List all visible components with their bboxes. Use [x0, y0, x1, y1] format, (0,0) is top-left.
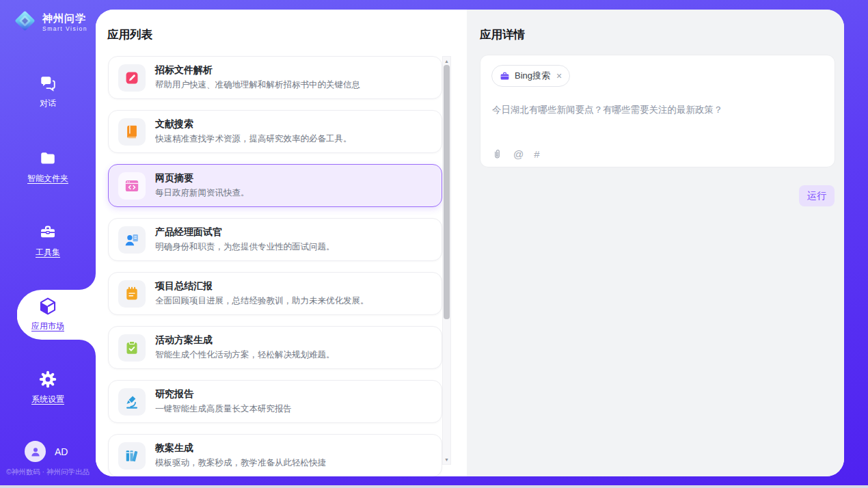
- folder-icon: [39, 149, 57, 168]
- app-detail-panel: 应用详情 Bing搜索 × 今日湖北有哪些新闻要点？有哪些需要关注的最新政策？: [467, 10, 844, 476]
- app-desc: 一键智能生成高质量长文本研究报告: [155, 403, 292, 415]
- app-list: 招标文件解析 帮助用户快速、准确地理解和解析招标书中的关键信息 文献搜索 快速精…: [108, 56, 442, 476]
- app-title: 招标文件解析: [155, 64, 360, 76]
- app-list-panel: 应用列表 招标文件解析 帮助用户快速、准确地理解和解析招标书中的关键信息 文献搜…: [96, 10, 467, 476]
- sidebar-item-label: 应用市场: [31, 321, 64, 332]
- app-card-project-summary[interactable]: 项目总结汇报 全面回顾项目进展，总结经验教训，助力未来优化发展。: [108, 272, 442, 315]
- chip-close-icon[interactable]: ×: [556, 71, 562, 81]
- doc-edit-icon: [118, 64, 146, 92]
- app-desc: 全面回顾项目进展，总结经验教训，助力未来优化发展。: [155, 295, 369, 307]
- app-card-bid-document-parse[interactable]: 招标文件解析 帮助用户快速、准确地理解和解析招标书中的关键信息: [108, 56, 442, 99]
- app-desc: 明确身份和职责，为您提供专业性的面试问题。: [155, 241, 335, 253]
- app-detail-title: 应用详情: [480, 27, 525, 42]
- scroll-up-icon[interactable]: ▲: [443, 59, 450, 64]
- mention-icon[interactable]: @: [513, 148, 524, 160]
- app-title: 研究报告: [155, 388, 292, 400]
- sidebar-item-label: 对话: [40, 98, 56, 109]
- clipboard-check-icon: [118, 334, 146, 362]
- app-window: 神州问学 Smart Vision 对话 智能文件夹 工具集 应用市场 系统设置: [0, 0, 868, 488]
- attachment-toolbar: @ #: [491, 148, 540, 160]
- cube-icon: [38, 297, 57, 316]
- web-code-icon: [118, 172, 146, 200]
- prompt-card: Bing搜索 × 今日湖北有哪些新闻要点？有哪些需要关注的最新政策？ @ #: [480, 55, 835, 167]
- book-icon: [118, 118, 146, 146]
- briefcase-icon: [500, 71, 510, 81]
- app-title: 网页摘要: [155, 172, 249, 184]
- interviewer-icon: [118, 226, 146, 254]
- app-desc: 快速精准查找学术资源，提高研究效率的必备工具。: [155, 133, 352, 145]
- gear-icon: [38, 370, 57, 389]
- run-button[interactable]: 运行: [799, 185, 835, 206]
- toolbox-icon: [39, 223, 57, 242]
- app-title: 项目总结汇报: [155, 280, 369, 292]
- books-icon: [118, 442, 146, 470]
- app-card-literature-search[interactable]: 文献搜索 快速精准查找学术资源，提高研究效率的必备工具。: [108, 110, 442, 153]
- app-desc: 帮助用户快速、准确地理解和解析招标书中的关键信息: [155, 79, 360, 91]
- sidebar-item-chat[interactable]: 对话: [0, 74, 96, 109]
- sidebar-item-app-market[interactable]: 应用市场: [17, 297, 79, 332]
- app-title: 产品经理面试官: [155, 226, 335, 238]
- app-desc: 每日政府新闻资讯快查。: [155, 187, 249, 199]
- sidebar-item-smart-folders[interactable]: 智能文件夹: [0, 149, 96, 185]
- tool-chip-label: Bing搜索: [515, 70, 550, 82]
- chat-icon: [39, 74, 57, 93]
- scrollbar[interactable]: ▲ ▼: [442, 56, 451, 465]
- avatar: [25, 441, 46, 462]
- query-text[interactable]: 今日湖北有哪些新闻要点？有哪些需要关注的最新政策？: [492, 104, 824, 116]
- sidebar-item-toolset[interactable]: 工具集: [0, 223, 96, 258]
- sidebar: 神州问学 Smart Vision 对话 智能文件夹 工具集 应用市场 系统设置: [0, 0, 96, 485]
- sidebar-footer: ©神州数码 · 神州问学出品: [0, 467, 96, 477]
- app-card-lesson-plan[interactable]: 教案生成 模板驱动，教案秒成，教学准备从此轻松快捷: [108, 434, 442, 476]
- app-desc: 模板驱动，教案秒成，教学准备从此轻松快捷: [155, 457, 326, 469]
- bottom-strip: [0, 485, 868, 488]
- brand-subtitle: Smart Vision: [42, 25, 87, 32]
- paperclip-icon[interactable]: [491, 148, 503, 160]
- scrollbar-thumb[interactable]: [444, 65, 450, 319]
- app-card-web-summary[interactable]: 网页摘要 每日政府新闻资讯快查。: [108, 164, 442, 207]
- brand-logo: 神州问学 Smart Vision: [12, 8, 87, 36]
- content-area: 应用列表 招标文件解析 帮助用户快速、准确地理解和解析招标书中的关键信息 文献搜…: [96, 10, 844, 476]
- notepad-icon: [118, 280, 146, 308]
- tool-chip[interactable]: Bing搜索 ×: [491, 65, 570, 87]
- sidebar-item-label: 智能文件夹: [27, 173, 68, 185]
- sidebar-item-settings[interactable]: 系统设置: [0, 370, 96, 405]
- hash-icon[interactable]: #: [534, 148, 539, 160]
- user-name: AD: [55, 446, 68, 457]
- app-title: 教案生成: [155, 442, 326, 454]
- app-card-event-plan[interactable]: 活动方案生成 智能生成个性化活动方案，轻松解决规划难题。: [108, 326, 442, 369]
- app-list-title: 应用列表: [107, 27, 152, 42]
- research-icon: [118, 388, 146, 416]
- brand-name: 神州问学: [42, 12, 87, 25]
- sidebar-item-label: 系统设置: [31, 394, 64, 405]
- app-card-pm-interviewer[interactable]: 产品经理面试官 明确身份和职责，为您提供专业性的面试问题。: [108, 218, 442, 261]
- user-account[interactable]: AD: [25, 441, 68, 462]
- brand-logo-icon: [12, 8, 38, 36]
- app-title: 文献搜索: [155, 118, 352, 130]
- app-desc: 智能生成个性化活动方案，轻松解决规划难题。: [155, 349, 335, 361]
- scroll-down-icon[interactable]: ▼: [443, 457, 450, 462]
- app-card-research-report[interactable]: 研究报告 一键智能生成高质量长文本研究报告: [108, 380, 442, 423]
- app-title: 活动方案生成: [155, 334, 335, 346]
- sidebar-item-label: 工具集: [36, 247, 60, 258]
